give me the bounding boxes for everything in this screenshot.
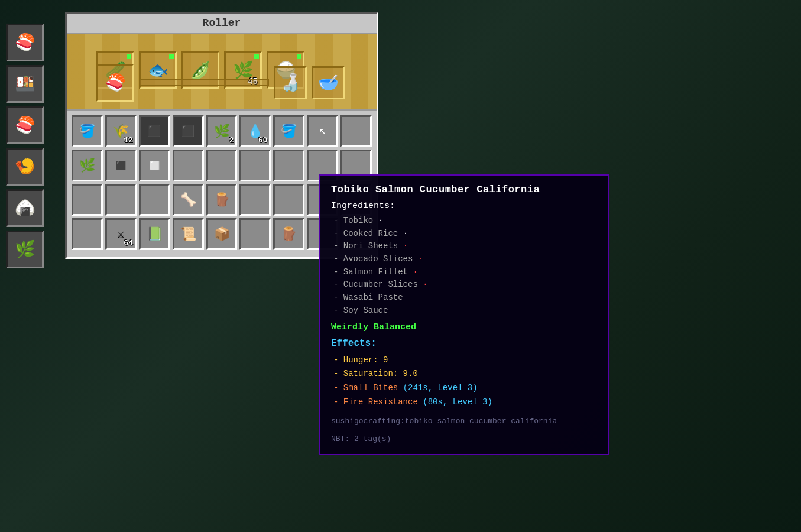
ingredient-6: - Wasabi Paste [331, 291, 597, 304]
inv-slot-2-6[interactable] [273, 184, 304, 216]
inv-slot-2-2[interactable] [139, 184, 170, 216]
inv-slot-3-3[interactable]: 📜 [173, 218, 204, 250]
inv-slot-1-4[interactable] [206, 150, 238, 181]
roller-title: Roller [67, 14, 377, 34]
inv-slot-0-6[interactable]: 🪣 [273, 115, 304, 147]
craft-output-left[interactable]: 🍣 [96, 64, 134, 102]
sidebar-item-5[interactable]: 🍙 [6, 189, 44, 227]
tooltip-nbt-tags: NBT: 2 tag(s) [331, 433, 597, 446]
tooltip-panel: Tobiko Salmon Cucumber California Ingred… [319, 174, 609, 455]
ingredient-1: - Cooked Rice · [331, 228, 597, 241]
inv-slot-1-5[interactable] [239, 150, 271, 181]
inv-slot-3-0[interactable] [72, 218, 103, 250]
inv-slot-1-6[interactable] [273, 150, 304, 181]
inv-slot-1-3[interactable] [173, 150, 204, 181]
inv-slot-1-2[interactable]: ⬜ [139, 150, 170, 181]
inv-row-1: 🪣 🌾12 ⬛ ⬛ 🌿2 💧60 🪣 ↖ [72, 115, 372, 147]
inv-slot-1-1[interactable]: ⬛ [105, 150, 137, 181]
sidebar-item-4[interactable]: 🍤 [6, 148, 44, 186]
inv-slot-2-4[interactable]: 🪵 [206, 184, 238, 216]
inv-slot-3-1[interactable]: ⚔️64 [105, 218, 137, 250]
ingredient-7: - Soy Sauce [331, 304, 597, 317]
effect-saturation: - Saturation: 9.0 [331, 367, 597, 381]
inv-slot-2-0[interactable] [72, 184, 103, 216]
tooltip-ingredients: - Tobiko · - Cooked Rice · - Nori Sheets… [331, 215, 597, 317]
ingredient-4: - Salmon Fillet · [331, 266, 597, 279]
inv-slot-3-5[interactable] [239, 218, 271, 250]
sidebar-item-1[interactable]: 🍣 [6, 24, 44, 61]
inv-slot-0-2[interactable]: ⬛ [139, 115, 170, 147]
ingredient-2: - Nori Sheets · [331, 240, 597, 253]
inv-slot-2-5[interactable] [239, 184, 271, 216]
effect-hunger: - Hunger: 9 [331, 353, 597, 368]
effect-fire-resistance: - Fire Resistance (80s, Level 3) [331, 395, 597, 410]
inv-slot-0-8[interactable] [340, 115, 372, 147]
craft-output-bottle[interactable]: 🍶 [274, 66, 307, 99]
ingredient-5: - Cucumber Slices · [331, 278, 597, 291]
sidebar: 🍣 🍱 🍣 🍤 🍙 🌿 [6, 24, 44, 268]
tooltip-effects-label: Effects: [331, 338, 597, 349]
inv-slot-2-3[interactable]: 🦴 [173, 184, 204, 216]
craft-output-bowl[interactable]: 🥣 [312, 66, 345, 99]
inv-slot-1-0[interactable]: 🌿 [72, 150, 103, 181]
tooltip-title: Tobiko Salmon Cucumber California [331, 184, 597, 195]
sidebar-item-3[interactable]: 🍣 [6, 106, 44, 144]
crafting-area: 🥒 🐟 🫛 🌿 45 🍚 🍣 [67, 34, 377, 111]
inv-slot-0-1[interactable]: 🌾12 [105, 115, 137, 147]
ingredient-3: - Avocado Slices · [331, 253, 597, 266]
inv-slot-0-7[interactable]: ↖ [307, 115, 338, 147]
tooltip-effects: - Hunger: 9 - Saturation: 9.0 - Small Bi… [331, 353, 597, 410]
inv-slot-0-3[interactable]: ⬛ [173, 115, 204, 147]
inv-slot-3-2[interactable]: 📗 [139, 218, 170, 250]
tooltip-balanced: Weirdly Balanced [331, 322, 597, 332]
inv-slot-3-4[interactable]: 📦 [206, 218, 238, 250]
sidebar-item-2[interactable]: 🍱 [6, 65, 44, 103]
inv-slot-0-0[interactable]: 🪣 [72, 115, 103, 147]
tooltip-ingredients-label: Ingredients: [331, 201, 597, 211]
inv-slot-0-4[interactable]: 🌿2 [206, 115, 238, 147]
tooltip-nbt-id: sushigocrafting:tobiko_salmon_cucumber_c… [331, 416, 597, 428]
inv-slot-0-5[interactable]: 💧60 [239, 115, 271, 147]
effect-small-bites: - Small Bites (241s, Level 3) [331, 381, 597, 395]
sidebar-item-6[interactable]: 🌿 [6, 231, 44, 268]
inv-slot-3-6[interactable]: 🪵 [273, 218, 304, 250]
inv-slot-2-1[interactable] [105, 184, 137, 216]
ingredient-0: - Tobiko · [331, 215, 597, 228]
